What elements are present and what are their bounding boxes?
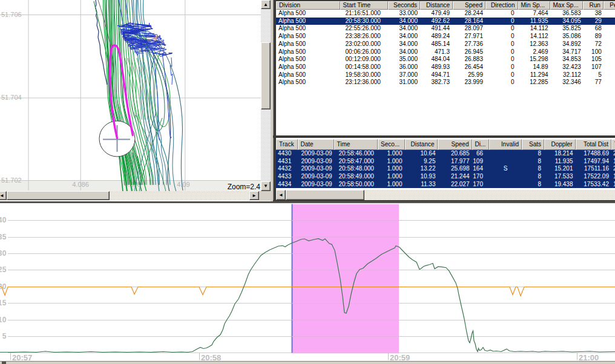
svg-text:4.09: 4.09 (177, 181, 189, 188)
svg-text:51.702: 51.702 (1, 177, 22, 184)
svg-text:51.704: 51.704 (1, 94, 22, 101)
svg-text:4.086: 4.086 (72, 181, 89, 188)
svg-text:51.706: 51.706 (1, 11, 22, 18)
